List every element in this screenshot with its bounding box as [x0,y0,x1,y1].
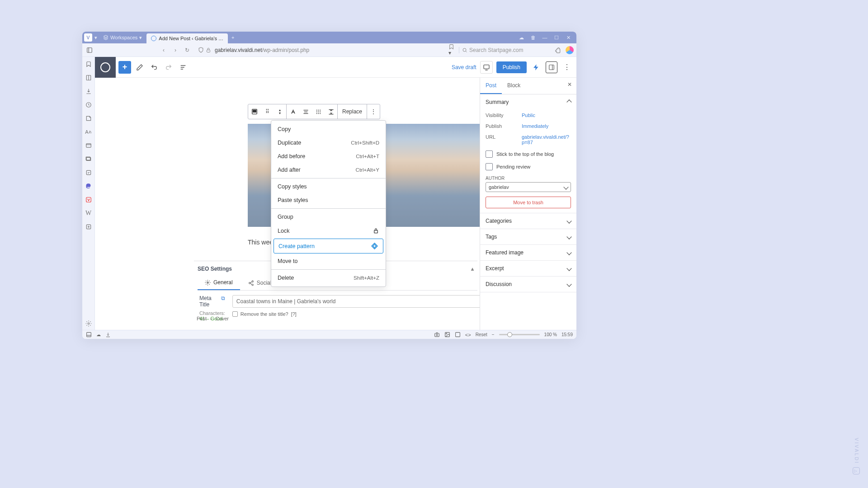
add-panel-icon[interactable] [85,223,92,230]
chevron-down-icon[interactable] [567,249,571,256]
close-sidebar-icon[interactable]: ✕ [567,81,572,88]
preview-button[interactable] [480,61,493,74]
vivaldi-menu-chevron-icon[interactable]: ▾ [93,35,99,41]
menu-copy-styles[interactable]: Copy styles [271,180,386,193]
save-draft-button[interactable]: Save draft [452,64,476,70]
reset-zoom-button[interactable]: Reset [476,332,487,337]
redo-icon[interactable] [163,61,175,73]
meta-title-input[interactable]: Coastal towns in Maine | Gabriela's worl… [232,295,480,308]
tiling-icon[interactable] [455,332,461,338]
drag-handle-icon[interactable]: ⠿ [261,104,274,119]
edit-tool-icon[interactable] [134,61,146,73]
status-panel-icon[interactable] [86,332,92,338]
downloads-panel-icon[interactable] [85,88,92,95]
document-overview-icon[interactable] [177,61,189,73]
discussion-section[interactable]: Discussion [486,281,512,287]
search-box[interactable]: Search Startpage.com [459,47,549,53]
chevron-down-icon[interactable] [567,265,571,272]
bookmarks-panel-icon[interactable] [85,61,92,68]
panel-toggle-icon[interactable] [85,46,94,55]
options-menu-icon[interactable]: ⋮ [561,61,573,73]
cloud-icon[interactable]: ☁ [518,35,525,41]
maximize-icon[interactable]: ☐ [553,35,560,41]
menu-lock[interactable]: Lock [271,224,386,238]
add-block-button[interactable]: + [118,61,131,74]
zoom-handle[interactable] [507,332,512,337]
reading-list-panel-icon[interactable] [85,74,92,81]
back-button[interactable]: ‹ [159,47,168,53]
help-icon[interactable]: [?] [291,311,297,317]
translate-panel-icon[interactable]: Aあ [85,128,92,136]
menu-paste-styles[interactable]: Paste styles [271,193,386,207]
url-display[interactable]: gabrielav.vivaldi.net/wp-admin/post.php [215,47,309,53]
menu-delete[interactable]: DeleteShift+Alt+Z [271,271,386,285]
chevron-up-icon[interactable] [567,99,571,105]
capture-icon[interactable] [434,332,440,338]
visibility-link[interactable]: Public [522,113,571,118]
new-tab-button[interactable]: + [228,35,238,40]
vivaldi-panel-icon[interactable] [85,196,92,203]
pending-checkbox[interactable] [486,163,493,170]
breadcrumb-post[interactable]: Post [197,316,207,321]
window-panel-icon[interactable] [85,142,92,149]
block-type-icon[interactable] [248,104,261,119]
wp-logo-icon[interactable] [95,57,116,78]
vivaldi-logo-icon[interactable]: V [84,33,92,42]
delete-icon[interactable]: 🗑 [529,35,537,41]
code-icon[interactable]: <> [465,332,471,338]
extensions-icon[interactable] [555,47,561,53]
mastodon-panel-icon[interactable] [85,183,92,190]
chevron-down-icon[interactable] [567,281,571,287]
content-position-icon[interactable] [312,104,325,119]
zoom-out-icon[interactable]: − [492,332,495,337]
menu-create-pattern[interactable]: Create pattern [274,239,383,253]
move-to-trash-button[interactable]: Move to trash [486,197,571,208]
bookmark-icon[interactable]: ▾ [448,44,454,56]
featured-section[interactable]: Featured image [486,249,524,256]
remove-checkbox[interactable] [232,311,238,317]
jetpack-icon[interactable] [530,61,542,73]
undo-icon[interactable] [148,61,160,73]
menu-group[interactable]: Group [271,210,386,224]
text-color-icon[interactable] [287,104,299,119]
menu-copy[interactable]: Copy [271,122,386,136]
fullheight-icon[interactable] [325,104,337,119]
settings-panel-icon[interactable] [85,320,92,327]
url-link[interactable]: gabrielav.vivaldi.net/?p=87 [522,134,571,145]
minimize-icon[interactable]: — [541,35,548,41]
publish-link[interactable]: Immediately [522,123,571,129]
chevron-down-icon[interactable] [567,234,571,240]
zoom-slider[interactable] [499,334,540,335]
block-options-icon[interactable]: ⋮ [367,104,380,119]
menu-duplicate[interactable]: DuplicateCtrl+Shift+D [271,136,386,150]
profile-avatar[interactable] [566,46,574,54]
seo-tab-general[interactable]: General [198,276,240,290]
reload-button[interactable]: ↻ [183,47,192,53]
tabs-panel-icon[interactable] [85,155,92,163]
categories-section[interactable]: Categories [486,218,512,224]
forward-button[interactable]: › [171,47,180,53]
menu-add-after[interactable]: Add afterCtrl+Alt+Y [271,163,386,177]
replace-button[interactable]: Replace [338,104,367,119]
tab-post[interactable]: Post [480,78,502,94]
sync-icon[interactable]: ☁ [96,332,101,337]
wikipedia-panel-icon[interactable]: W [85,210,92,217]
status-download-icon[interactable] [105,332,111,338]
menu-move-to[interactable]: Move to [271,254,386,268]
seo-collapse-icon[interactable]: ▴ [471,266,474,272]
chevron-down-icon[interactable] [567,218,571,224]
tab-block[interactable]: Block [502,78,526,94]
lock-icon[interactable] [206,47,211,53]
copy-meta-icon[interactable]: ⧉ [221,295,225,308]
author-select[interactable]: gabrielav [486,182,571,192]
shield-icon[interactable] [198,47,204,53]
settings-sidebar-toggle[interactable] [546,61,557,73]
image-icon[interactable] [444,332,450,338]
notes-panel-icon[interactable] [85,115,92,122]
close-icon[interactable]: ✕ [565,35,572,41]
workspaces-button[interactable]: Workspaces ▾ [99,35,146,41]
move-icon[interactable]: ▴▾ [274,104,286,119]
tasks-panel-icon[interactable] [85,169,92,176]
breadcrumb-cover[interactable]: Cover [216,316,229,321]
publish-button[interactable]: Publish [496,61,527,73]
